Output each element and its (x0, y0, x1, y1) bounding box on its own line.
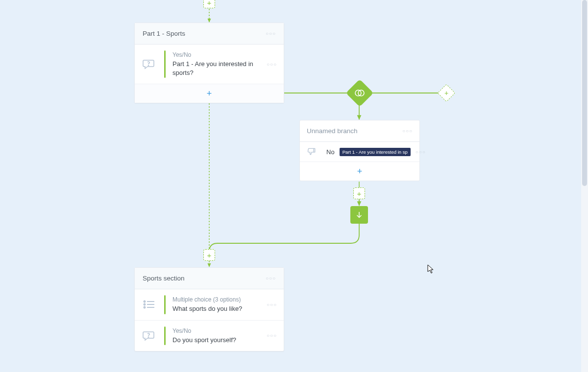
ellipsis-icon[interactable]: ○○○ (267, 50, 277, 78)
thumbs-down-icon (307, 147, 317, 157)
end-node[interactable] (350, 206, 368, 224)
question-type: Multiple choice (3 options) (172, 296, 260, 303)
svg-point-16 (144, 307, 146, 308)
ellipsis-icon[interactable]: ○○○ (267, 295, 277, 314)
list-icon (141, 295, 157, 314)
chat-question-icon (141, 326, 157, 346)
arrow-down-icon (355, 210, 364, 219)
decision-node[interactable] (346, 79, 374, 107)
section-header[interactable]: Part 1 - Sports ○○○ (135, 23, 284, 45)
branch-condition-row[interactable]: No Part 1 - Are you interested in sp ○○○ (300, 142, 419, 162)
question-text: Do you sport yourself? (172, 336, 260, 345)
cursor-pointer-icon (427, 264, 435, 274)
insert-node-mid[interactable]: + (203, 249, 215, 261)
svg-point-14 (144, 304, 146, 305)
section-title: Part 1 - Sports (143, 30, 185, 37)
venn-icon (354, 89, 365, 97)
scrollbar[interactable] (581, 0, 588, 372)
chat-question-icon (141, 50, 157, 78)
ellipsis-icon[interactable]: ○○○ (267, 326, 277, 346)
question-row[interactable]: Multiple choice (3 options) What sports … (135, 289, 284, 321)
add-question-footer[interactable]: + (135, 84, 284, 103)
section-header[interactable]: Sports section ○○○ (135, 268, 284, 289)
flow-canvas[interactable]: + Part 1 - Sports ○○○ Yes/No Part 1 - Ar… (0, 0, 588, 372)
svg-point-12 (144, 301, 146, 302)
plus-icon: + (357, 167, 363, 176)
question-row[interactable]: Yes/No Part 1 - Are you interested in sp… (135, 45, 284, 84)
question-type: Yes/No (172, 327, 260, 334)
section-card-sports[interactable]: Sports section ○○○ Multiple choice (3 op… (134, 267, 284, 351)
accent-bar (164, 50, 166, 78)
ellipsis-icon[interactable]: ○○○ (402, 128, 413, 134)
svg-point-18 (148, 337, 148, 337)
insert-node-branch[interactable]: + (353, 187, 365, 199)
question-row[interactable]: Yes/No Do you sport yourself? ○○○ (135, 321, 284, 351)
branch-card[interactable]: Unnamed branch ○○○ No Part 1 - Are you i… (299, 120, 420, 181)
branch-header[interactable]: Unnamed branch ○○○ (300, 120, 419, 142)
insert-node-top[interactable]: + (203, 0, 215, 8)
condition-answer: No (326, 148, 335, 156)
section-title: Sports section (143, 275, 185, 282)
plus-icon: + (444, 89, 448, 97)
accent-bar (164, 326, 166, 346)
question-text: Part 1 - Are you interested in sports? (172, 60, 260, 77)
add-branch-node[interactable]: + (438, 84, 456, 102)
question-text: What sports do you like? (172, 304, 260, 313)
add-condition-footer[interactable]: + (300, 162, 419, 181)
branch-title: Unnamed branch (307, 127, 358, 135)
question-type: Yes/No (172, 51, 260, 58)
scrollbar-thumb[interactable] (582, 0, 587, 186)
svg-point-8 (148, 65, 148, 66)
accent-bar (164, 295, 166, 314)
ellipsis-icon[interactable]: ○○○ (266, 276, 276, 281)
ellipsis-icon[interactable]: ○○○ (266, 31, 276, 36)
connectors (0, 0, 588, 372)
plus-icon: + (207, 89, 212, 98)
ellipsis-icon[interactable]: ○○○ (416, 149, 426, 155)
condition-question-chip[interactable]: Part 1 - Are you interested in sp (340, 148, 411, 156)
section-card-part1[interactable]: Part 1 - Sports ○○○ Yes/No Part 1 - Are … (134, 23, 284, 103)
